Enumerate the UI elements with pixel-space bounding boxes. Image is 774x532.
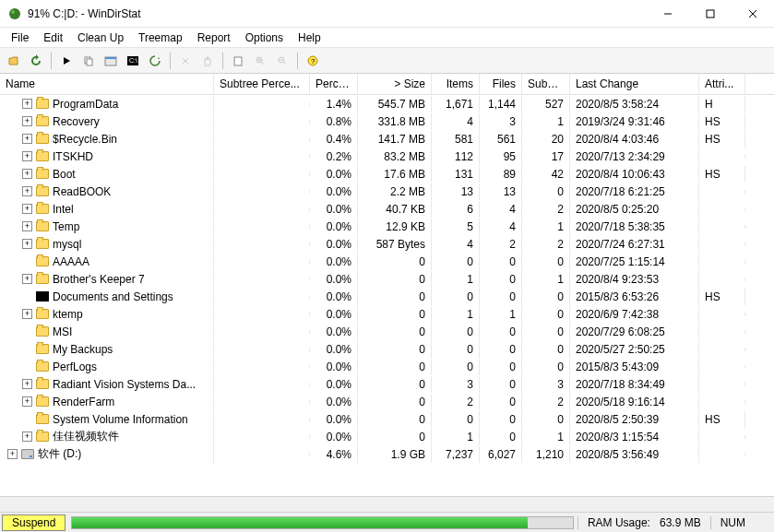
item-name: RenderFarm [53, 396, 114, 408]
table-row[interactable]: MSI0.0%00002020/7/29 6:08:25 [0, 323, 774, 340]
suspend-button[interactable]: Suspend [2, 514, 65, 531]
col-files-header[interactable]: Files [480, 74, 522, 94]
col-size-header[interactable]: > Size [358, 74, 432, 94]
cell: 0 [522, 411, 570, 428]
expand-icon[interactable]: + [22, 309, 32, 319]
item-name: mysql [53, 238, 81, 251]
copy-icon[interactable] [78, 51, 99, 71]
cell: 2020/8/5 3:56:49 [570, 446, 699, 463]
col-subdirs-header[interactable]: Subdi... [522, 74, 570, 94]
item-name: Boot [53, 168, 76, 181]
table-row[interactable]: +$Recycle.Bin0.4%141.7 MB581561202020/8/… [0, 130, 774, 148]
expand-icon[interactable]: + [22, 396, 32, 407]
open-icon[interactable] [4, 51, 24, 71]
cell: 0 [522, 341, 570, 358]
cell: 0 [432, 324, 480, 340]
expand-icon[interactable]: + [22, 134, 32, 144]
table-row[interactable]: Documents and Settings0.0%00002015/8/3 6… [0, 288, 774, 305]
trash-icon[interactable] [197, 51, 218, 71]
expand-icon[interactable]: + [22, 99, 32, 109]
table-row[interactable]: +软件 (D:)4.6%1.9 GB7,2376,0271,2102020/8/… [0, 445, 774, 463]
svg-rect-9 [105, 57, 116, 59]
menu-report[interactable]: Report [190, 30, 238, 46]
refresh2-icon[interactable] [145, 51, 165, 71]
cell: 0 [522, 289, 570, 305]
table-row[interactable]: +ReadBOOK0.0%2.2 MB131302020/7/18 6:21:2… [0, 183, 774, 200]
col-percentage-header[interactable]: Perce... [310, 74, 358, 94]
expand-icon[interactable]: + [22, 151, 32, 161]
table-row[interactable]: +Intel0.0%40.7 KB6422020/8/5 0:25:20 [0, 200, 774, 218]
expand-icon[interactable]: + [7, 449, 18, 459]
props-icon[interactable] [228, 51, 248, 71]
minimize-button[interactable] [647, 0, 689, 28]
table-row[interactable]: +ProgramData1.4%545.7 MB1,6711,144527202… [0, 95, 774, 112]
cell [214, 120, 310, 124]
menu-options[interactable]: Options [238, 30, 291, 46]
menu-cleanup[interactable]: Clean Up [70, 30, 131, 46]
expand-icon[interactable]: + [22, 204, 32, 214]
table-row[interactable]: +Temp0.0%12.9 KB5412020/7/18 5:38:35 [0, 218, 774, 235]
table-row[interactable]: +mysql0.0%587 Bytes4222020/7/24 6:27:31 [0, 235, 774, 253]
help-icon[interactable]: ? [303, 51, 323, 71]
delete-icon[interactable] [175, 51, 196, 71]
table-row[interactable]: +RenderFarm0.0%02022020/5/18 9:16:14 [0, 393, 774, 410]
cell: 0 [358, 324, 432, 340]
table-row[interactable]: +Radiant Vision Systems Da...0.0%0303202… [0, 375, 774, 393]
col-attrib-header[interactable]: Attri... [699, 74, 745, 94]
col-name-header[interactable]: Name [0, 74, 214, 94]
cell [214, 102, 310, 106]
table-row[interactable]: PerfLogs0.0%00002015/8/3 5:43:09 [0, 358, 774, 375]
expand-icon[interactable]: + [22, 186, 32, 196]
cell: 2020/7/24 6:27:31 [570, 236, 699, 253]
cell: 2020/7/18 5:38:35 [570, 219, 699, 235]
cell: 0 [358, 411, 432, 428]
cell [699, 313, 745, 316]
table-row[interactable]: +Brother's Keeper 70.0%01012020/8/4 9:23… [0, 270, 774, 288]
expand-icon[interactable]: + [22, 239, 32, 249]
expand-icon[interactable]: + [22, 432, 32, 442]
menu-file[interactable]: File [4, 30, 36, 46]
cell: 17 [522, 148, 570, 165]
menu-edit[interactable]: Edit [36, 30, 70, 46]
menu-treemap[interactable]: Treemap [131, 30, 190, 46]
zoomin-icon[interactable] [250, 51, 270, 71]
numlock-indicator: NUM [710, 516, 755, 529]
cell: 1 [522, 271, 570, 288]
cell: 2020/8/5 3:58:24 [570, 96, 699, 112]
refresh-icon[interactable] [26, 51, 46, 71]
explorer-icon[interactable] [101, 51, 121, 71]
table-row[interactable]: My Backups0.0%00002020/5/27 2:50:25 [0, 340, 774, 358]
cmd-icon[interactable]: C:\ [123, 51, 143, 71]
expand-icon[interactable]: + [22, 116, 32, 126]
menu-help[interactable]: Help [291, 30, 328, 46]
file-tree[interactable]: Name Subtree Perce... Perce... > Size It… [0, 74, 774, 497]
folder-icon [36, 379, 49, 389]
col-items-header[interactable]: Items [432, 74, 480, 94]
cell [699, 453, 745, 456]
table-row[interactable]: +ktemp0.0%01102020/6/9 7:42:38 [0, 305, 774, 323]
cell: 0 [480, 394, 522, 410]
cell: 5 [432, 219, 480, 235]
maximize-button[interactable] [689, 0, 732, 28]
expand-icon[interactable]: + [22, 169, 32, 179]
item-name: My Backups [53, 343, 113, 356]
table-row[interactable]: AAAAA0.0%00002020/7/25 1:15:14 [0, 253, 774, 270]
table-row[interactable]: +佳佳视频软件0.0%01012020/8/3 1:15:54 [0, 428, 774, 445]
close-button[interactable] [732, 0, 774, 28]
cell: 0.0% [310, 394, 358, 410]
col-subtree-header[interactable]: Subtree Perce... [214, 74, 310, 94]
zoomout-icon[interactable] [272, 51, 292, 71]
cell [699, 225, 745, 229]
expand-icon[interactable]: + [22, 379, 32, 389]
table-row[interactable]: System Volume Information0.0%00002020/8/… [0, 410, 774, 428]
expand-icon[interactable]: + [22, 274, 32, 284]
table-row[interactable]: +Recovery0.8%331.8 MB4312019/3/24 9:31:4… [0, 112, 774, 130]
play-icon[interactable] [56, 51, 77, 71]
col-lastchange-header[interactable]: Last Change [570, 74, 699, 94]
table-row[interactable]: +ITSKHD0.2%83.2 MB11295172020/7/13 2:34:… [0, 148, 774, 165]
table-row[interactable]: +Boot0.0%17.6 MB13189422020/8/4 10:06:43… [0, 165, 774, 183]
expand-icon[interactable]: + [22, 221, 32, 231]
cell: 2020/6/9 7:42:38 [570, 306, 699, 323]
cell: 0 [432, 341, 480, 358]
horizontal-scrollbar[interactable] [0, 497, 774, 512]
